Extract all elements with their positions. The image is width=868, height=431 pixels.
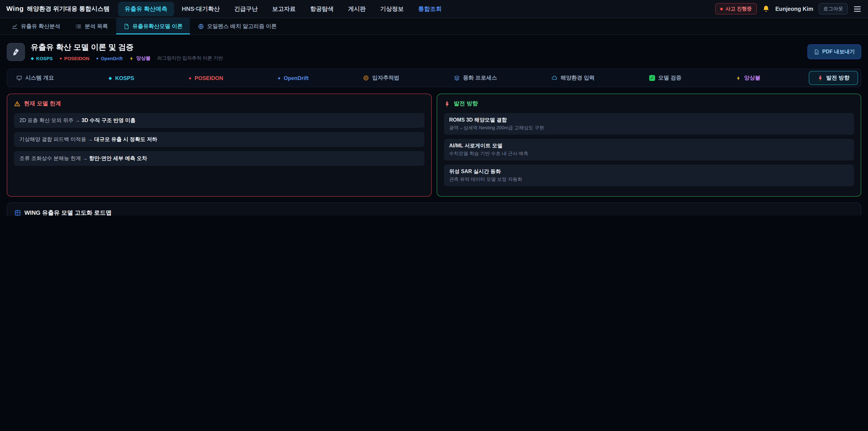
nav-item-emergency-rescue[interactable]: 긴급구난 xyxy=(227,2,265,16)
top-nav: Wing 해양환경 위기대응 통합시스템 유출유 확산예측 HNS·대기확산 긴… xyxy=(0,0,868,18)
dot-icon: ● xyxy=(189,76,191,80)
stab-particle-tracking[interactable]: 입자추적법 xyxy=(357,71,406,85)
rocket-icon xyxy=(444,100,450,107)
red-dot-icon xyxy=(720,7,723,10)
diamond-icon: ◆ xyxy=(108,76,112,80)
layers-icon xyxy=(454,75,460,81)
page-titles: 유출유 확산 모델 이론 및 검증 ◆ KOSPS ● POSEIDON ● O… xyxy=(31,42,223,61)
cloud-icon xyxy=(552,75,557,81)
subtab-label: 유출유 확산분석 xyxy=(21,22,60,30)
roadmap-title: WING 유출유 모델 고도화 로드맵 xyxy=(14,209,854,216)
nav-item-oil-spill-prediction[interactable]: 유출유 확산예측 xyxy=(118,2,174,16)
development-item: ROMS 3D 해양모델 결합 광역→상세역 Nesting 200m급 고해상… xyxy=(444,113,854,135)
lightning-icon xyxy=(736,75,741,81)
pen-nib-icon xyxy=(7,43,25,61)
stab-system-overview[interactable]: 시스템 개요 xyxy=(10,71,60,85)
page-subtitle: 라그랑지안 입자추적 이론 기반 xyxy=(157,55,223,61)
nav-item-weather-info[interactable]: 기상정보 xyxy=(373,2,410,16)
badge-kosps: ◆ KOSPS xyxy=(31,56,53,61)
incident-status-badge[interactable]: 사고 진행중 xyxy=(715,3,757,14)
chart-icon xyxy=(12,23,18,29)
stab-opendrift[interactable]: ● OpenDrift xyxy=(272,72,315,84)
globe-icon xyxy=(198,23,204,29)
subtab-label: 유출유확산모델 이론 xyxy=(132,22,183,30)
stab-model-validation[interactable]: ✓ 모델 검증 xyxy=(643,71,688,85)
menu-icon[interactable] xyxy=(853,4,862,14)
pdf-icon xyxy=(814,49,819,55)
current-limitations-panel: 현재 모델 한계 2D 표층 확산 모의 위주 → 3D 수직 구조 반영 미흡… xyxy=(7,94,432,196)
page-title: 유출유 확산 모델 이론 및 검증 xyxy=(31,42,223,53)
logo-text: Wing xyxy=(6,4,24,12)
development-title: 발전 방향 xyxy=(444,100,854,107)
development-direction-panel: 발전 방향 ROMS 3D 해양모델 결합 광역→상세역 Nesting 200… xyxy=(436,94,861,196)
limitation-item: 기상해양 결합 피드백 미적용 → 대규모 유출 시 정확도 저하 xyxy=(14,132,424,147)
document-icon xyxy=(123,23,129,29)
nav-item-aerial-search[interactable]: 항공탐색 xyxy=(303,2,340,16)
rocket-icon xyxy=(817,75,823,81)
dot-icon: ● xyxy=(278,76,281,80)
app-logo[interactable]: Wing 해양환경 위기대응 통합시스템 xyxy=(6,4,110,13)
user-name: Eunjeong Kim xyxy=(775,6,813,12)
app-root: Wing 해양환경 위기대응 통합시스템 유출유 확산예측 HNS·대기확산 긴… xyxy=(0,0,868,216)
panel-row: 현재 모델 한계 2D 표층 확산 모의 위주 → 3D 수직 구조 반영 미흡… xyxy=(7,94,861,196)
subtab-analysis-list[interactable]: 분석 목록 xyxy=(68,18,115,34)
limitation-item: 조류 조화상수 분해능 한계 → 항만·연안 세부 예측 오차 xyxy=(14,151,424,166)
stab-kosps[interactable]: ◆ KOSPS xyxy=(102,72,141,84)
stab-development-direction[interactable]: 발전 방향 xyxy=(809,71,858,85)
subtab-model-theory[interactable]: 유출유확산모델 이론 xyxy=(116,18,190,34)
dot-icon: ● xyxy=(59,56,62,60)
model-badge-row: ◆ KOSPS ● POSEIDON ● OpenDrift xyxy=(31,55,223,61)
nav-right: 사고 진행중 Eunjeong Kim 로그아웃 xyxy=(715,3,862,14)
lightning-icon xyxy=(129,56,134,61)
section-tab-bar: 시스템 개요 ◆ KOSPS ● POSEIDON ● OpenDrift 입자… xyxy=(7,69,861,87)
subtab-spill-analysis[interactable]: 유출유 확산분석 xyxy=(4,18,68,34)
notification-bell-icon[interactable] xyxy=(762,5,770,13)
badge-ensemble: 앙상블 xyxy=(129,55,151,61)
incident-status-label: 사고 진행중 xyxy=(725,5,752,12)
stab-poseidon[interactable]: ● POSEIDON xyxy=(182,72,230,84)
sub-tab-bar: 유출유 확산분석 분석 목록 유출유확산모델 이론 오일펜스 배치 알고리즘 이… xyxy=(0,18,868,35)
target-icon xyxy=(363,75,369,81)
subtab-label: 분석 목록 xyxy=(85,22,108,30)
subtab-label: 오일펜스 배치 알고리즘 이론 xyxy=(207,22,277,30)
limitation-item: 2D 표층 확산 모의 위주 → 3D 수직 구조 반영 미흡 xyxy=(14,113,424,128)
development-item: 위성 SAR 실시간 동화 관측 유막 데이터 모델 보정 자동화 xyxy=(444,164,854,186)
app-title: 해양환경 위기대응 통합시스템 xyxy=(27,5,110,13)
check-icon: ✓ xyxy=(649,75,655,81)
list-icon xyxy=(76,23,82,29)
nav-item-integrated-search[interactable]: 통합조회 xyxy=(411,2,448,16)
nav-item-reports[interactable]: 보고자료 xyxy=(266,2,303,16)
stab-ensemble[interactable]: 앙상블 xyxy=(730,71,767,85)
grid-icon xyxy=(14,210,21,216)
badge-opendrift: ● OpenDrift xyxy=(96,56,123,61)
warning-icon xyxy=(14,100,20,107)
diamond-icon: ◆ xyxy=(31,56,34,60)
pdf-export-button[interactable]: PDF 내보내기 xyxy=(807,44,861,59)
main-content: 유출유 확산 모델 이론 및 검증 ◆ KOSPS ● POSEIDON ● O… xyxy=(0,35,868,216)
limitations-title: 현재 모델 한계 xyxy=(14,100,424,107)
monitor-icon xyxy=(16,75,22,81)
logout-button[interactable]: 로그아웃 xyxy=(819,3,848,14)
main-menu: 유출유 확산예측 HNS·대기확산 긴급구난 보고자료 항공탐색 게시판 기상정… xyxy=(118,2,448,16)
nav-item-board[interactable]: 게시판 xyxy=(341,2,373,16)
stab-ocean-input[interactable]: 해양환경 입력 xyxy=(545,71,601,85)
roadmap-panel: WING 유출유 모델 고도화 로드맵 ✓ Phase 1 (완료) 2D 앙상… xyxy=(7,203,861,216)
stab-weathering-process[interactable]: 풍화 프로세스 xyxy=(447,71,503,85)
nav-item-hns-atmospheric[interactable]: HNS·대기확산 xyxy=(175,2,226,16)
development-item: AI/ML 서로게이트 모델 수치모델 학습 기반 수초 내 근사 예측 xyxy=(444,139,854,160)
badge-poseidon: ● POSEIDON xyxy=(59,56,89,61)
subtab-boom-algorithm[interactable]: 오일펜스 배치 알고리즘 이론 xyxy=(191,18,284,34)
page-header: 유출유 확산 모델 이론 및 검증 ◆ KOSPS ● POSEIDON ● O… xyxy=(7,42,861,61)
dot-icon: ● xyxy=(96,56,98,60)
